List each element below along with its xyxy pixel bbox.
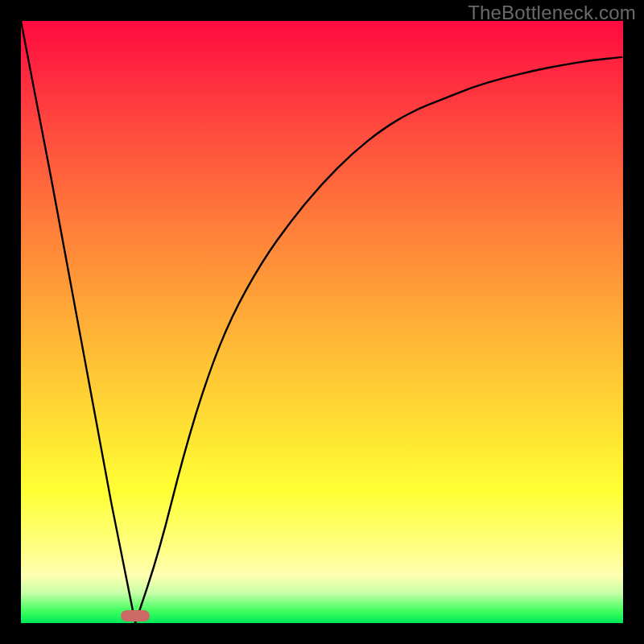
bottleneck-curve — [21, 21, 623, 623]
watermark-text: TheBottleneck.com — [468, 2, 636, 24]
optimal-marker — [121, 610, 150, 621]
chart-plot-area — [21, 21, 623, 623]
